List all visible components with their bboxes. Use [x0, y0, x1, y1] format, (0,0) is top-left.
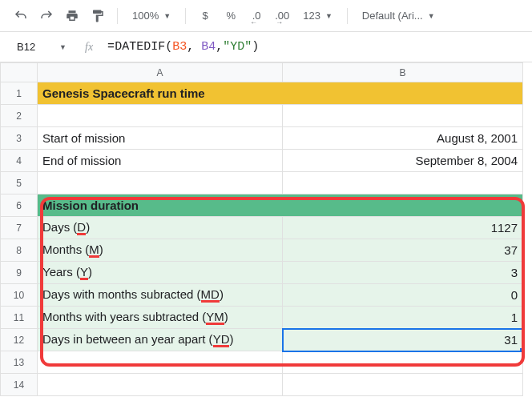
cell[interactable]: Genesis Spacecraft run time: [38, 82, 523, 105]
print-icon[interactable]: [61, 5, 83, 27]
cell[interactable]: [38, 351, 283, 374]
row-header[interactable]: 2: [1, 105, 38, 127]
row-header[interactable]: 7: [1, 217, 38, 239]
undo-icon[interactable]: [10, 5, 32, 27]
cell[interactable]: End of mission: [38, 150, 283, 172]
cell[interactable]: Years (Y): [38, 262, 283, 284]
cell[interactable]: [38, 374, 283, 396]
separator: [185, 8, 186, 24]
zoom-dropdown[interactable]: 100% ▼: [126, 6, 177, 25]
cell[interactable]: Mission duration: [38, 194, 523, 217]
cell[interactable]: 0: [283, 284, 523, 307]
cell-reference-input[interactable]: B12 ▼: [10, 37, 74, 57]
font-dropdown[interactable]: Default (Ari... ▼: [356, 6, 441, 25]
row-header[interactable]: 5: [1, 172, 38, 194]
cell[interactable]: August 8, 2001: [283, 127, 523, 150]
chevron-down-icon: ▼: [163, 12, 171, 20]
cell[interactable]: [38, 172, 283, 194]
row-header[interactable]: 11: [1, 307, 38, 329]
cell[interactable]: 1127: [283, 217, 523, 239]
cell[interactable]: September 8, 2004: [283, 150, 523, 172]
increase-decimal-button[interactable]: .00 →: [271, 5, 293, 27]
select-all-corner[interactable]: [1, 63, 38, 82]
selected-cell[interactable]: 31: [283, 329, 523, 351]
cell[interactable]: Days with months subracted (MD): [38, 284, 283, 307]
row-header[interactable]: 10: [1, 284, 38, 307]
cell[interactable]: 1: [283, 307, 523, 329]
percent-format-button[interactable]: %: [220, 5, 242, 27]
row-header[interactable]: 6: [1, 194, 38, 217]
cell[interactable]: [283, 351, 523, 374]
column-header-b[interactable]: B: [283, 63, 523, 82]
cell[interactable]: [283, 105, 523, 127]
cell[interactable]: Days (D): [38, 217, 283, 239]
decrease-decimal-button[interactable]: .0 ←: [245, 5, 268, 27]
paint-format-icon[interactable]: [87, 5, 109, 27]
column-header-a[interactable]: A: [38, 63, 283, 82]
fx-icon: fx: [85, 41, 93, 54]
cell[interactable]: 37: [283, 239, 523, 262]
row-header[interactable]: 14: [1, 374, 38, 396]
row-header[interactable]: 8: [1, 239, 38, 262]
row-header[interactable]: 3: [1, 127, 38, 150]
formula-bar: B12 ▼ fx =DATEDIF(B3, B4,"YD"): [0, 32, 532, 62]
zoom-value: 100%: [132, 10, 159, 22]
separator: [117, 8, 118, 24]
separator: [347, 8, 348, 24]
number-format-dropdown[interactable]: 123 ▼: [296, 6, 339, 25]
cell[interactable]: [38, 105, 283, 127]
chevron-down-icon: ▼: [59, 43, 66, 51]
cell[interactable]: Months (M): [38, 239, 283, 262]
cell[interactable]: Days in between an year apart (YD): [38, 329, 283, 351]
row-header[interactable]: 1: [1, 82, 38, 105]
row-header[interactable]: 9: [1, 262, 38, 284]
formula-input[interactable]: =DATEDIF(B3, B4,"YD"): [104, 37, 526, 57]
cell[interactable]: Months with years subtracted (YM): [38, 307, 283, 329]
cell[interactable]: 3: [283, 262, 523, 284]
spreadsheet-grid: A B 1 Genesis Spacecraft run time 2 3 St…: [0, 62, 532, 396]
cell[interactable]: [283, 374, 523, 396]
cell[interactable]: Start of mission: [38, 127, 283, 150]
row-header[interactable]: 4: [1, 150, 38, 172]
toolbar: 100% ▼ $ % .0 ← .00 → 123 ▼ Default (Ari…: [0, 0, 532, 32]
chevron-down-icon: ▼: [325, 12, 332, 20]
redo-icon[interactable]: [35, 5, 58, 27]
row-header[interactable]: 13: [1, 351, 38, 374]
currency-format-button[interactable]: $: [194, 5, 216, 27]
chevron-down-icon: ▼: [428, 12, 435, 20]
cell[interactable]: [283, 172, 523, 194]
row-header[interactable]: 12: [1, 329, 38, 351]
